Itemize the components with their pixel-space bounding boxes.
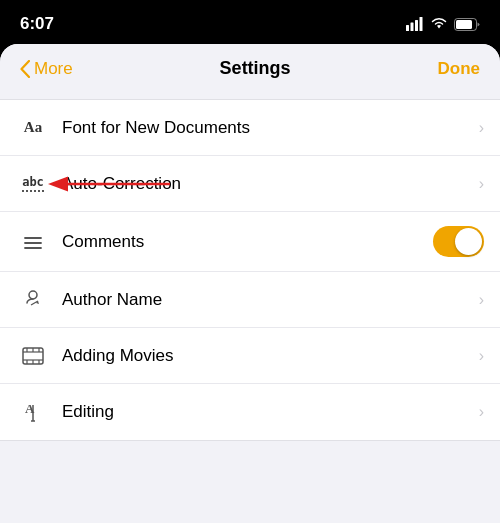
- nav-bar: More Settings Done: [0, 44, 500, 89]
- svg-rect-1: [411, 23, 414, 32]
- font-row[interactable]: Aa Font for New Documents ›: [0, 100, 500, 156]
- editing-icon: A: [16, 401, 50, 423]
- svg-rect-5: [456, 20, 472, 29]
- editing-chevron-icon: ›: [479, 403, 484, 421]
- movies-chevron-icon: ›: [479, 347, 484, 365]
- author-icon: [16, 289, 50, 311]
- movies-icon: [16, 347, 50, 365]
- svg-rect-3: [420, 17, 423, 31]
- status-bar: 6:07: [0, 0, 500, 44]
- phone-screen: More Settings Done Aa Font for New Docum…: [0, 44, 500, 523]
- status-time: 6:07: [20, 14, 54, 34]
- editing-row[interactable]: A Editing ›: [0, 384, 500, 440]
- autocorrect-icon: abc: [16, 175, 50, 192]
- comments-toggle[interactable]: [433, 226, 484, 257]
- autocorrect-chevron-icon: ›: [479, 175, 484, 193]
- movies-label: Adding Movies: [62, 346, 471, 366]
- battery-icon: [454, 18, 480, 31]
- editing-label: Editing: [62, 402, 471, 422]
- svg-rect-2: [415, 20, 418, 31]
- back-label: More: [34, 59, 73, 79]
- signal-icon: [406, 17, 424, 31]
- done-button[interactable]: Done: [438, 59, 481, 79]
- settings-list: Aa Font for New Documents › abc Auto-Cor…: [0, 99, 500, 441]
- page-title: Settings: [220, 58, 291, 79]
- author-row[interactable]: Author Name ›: [0, 272, 500, 328]
- comments-row[interactable]: Comments: [0, 212, 500, 272]
- author-label: Author Name: [62, 290, 471, 310]
- autocorrect-label: Auto-Correction: [62, 174, 471, 194]
- comments-icon: [16, 234, 50, 250]
- movies-row[interactable]: Adding Movies ›: [0, 328, 500, 384]
- font-chevron-icon: ›: [479, 119, 484, 137]
- chevron-left-icon: [20, 60, 30, 78]
- author-chevron-icon: ›: [479, 291, 484, 309]
- font-icon: Aa: [16, 119, 50, 136]
- back-button[interactable]: More: [20, 59, 73, 79]
- status-icons: [406, 17, 480, 31]
- comments-label: Comments: [62, 232, 433, 252]
- svg-rect-0: [406, 25, 409, 31]
- font-label: Font for New Documents: [62, 118, 471, 138]
- wifi-icon: [430, 17, 448, 31]
- autocorrection-row[interactable]: abc Auto-Correction ›: [0, 156, 500, 212]
